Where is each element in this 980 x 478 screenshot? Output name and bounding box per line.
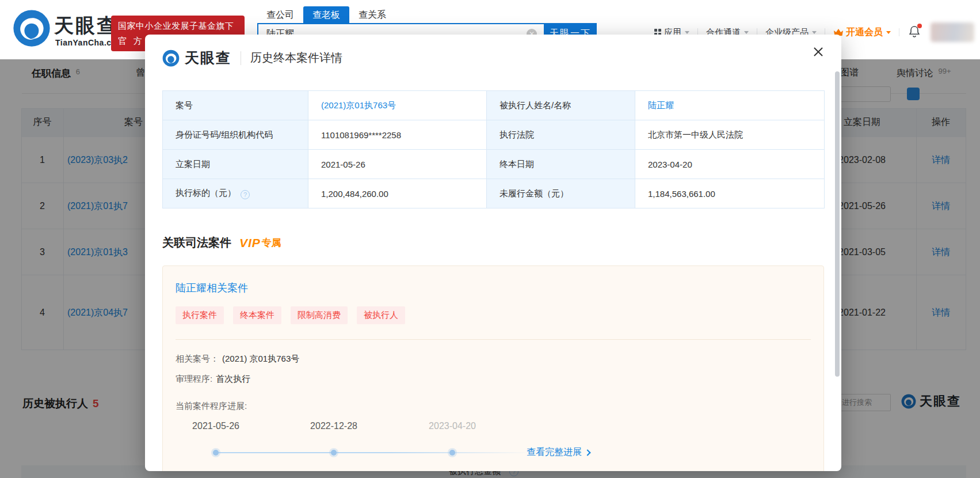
chevron-down-icon [812,31,817,34]
chevron-down-icon [886,31,891,34]
vip-badge: VIP [239,236,261,250]
case-tag: 执行案件 [176,306,224,324]
case-tags: 执行案件 终本案件 限制高消费 被执行人 [176,306,811,324]
table-row: 立案日期 2021-05-26 终本日期 2023-04-20 [163,150,825,179]
label-cell: 执行标的（元） [163,179,308,208]
value-cell: 1,184,563,661.00 [635,179,825,208]
related-cases-panel: 陆正耀相关案件 执行案件 终本案件 限制高消费 被执行人 相关案号：(2021)… [162,265,824,471]
case-detail-modal: 天眼查 历史终本案件详情 案号 (2021)京01执763号 被执行人姓名/名称… [145,35,841,471]
page: 天眼查 TianYanCha.com 国家中小企业发展子基金旗下 官方 查公司 … [0,0,980,478]
value-cell: 2021-05-26 [308,150,487,179]
case-tag: 终本案件 [233,306,281,324]
timeline-date: 2021-05-26 [184,421,247,431]
progress-label: 当前案件程序进展: [176,401,811,412]
table-row: 案号 (2021)京01执763号 被执行人姓名/名称 陆正耀 [163,91,825,120]
brand-name: 天眼查 [54,13,118,39]
timeline-dot [331,450,337,456]
panel-divider [176,339,811,340]
tianyancha-logo-icon [162,50,180,67]
modal-header: 天眼查 历史终本案件详情 [145,35,841,67]
value-cell: 1,200,484,260.00 [308,179,487,208]
related-case-number: 相关案号：(2021) 京01执763号 [176,354,811,365]
value-cell: 1101081969****2258 [308,120,487,150]
search-tabs: 查公司 查老板 查关系 [257,6,395,24]
modal-brand: 天眼查 [185,48,231,67]
label-cell: 案号 [163,91,308,120]
modal-scrollbar[interactable] [835,71,840,377]
table-row: 执行标的（元） 1,200,484,260.00 未履行金额（元） 1,184,… [163,179,825,208]
tianyancha-logo-icon [13,9,51,47]
value-cell: 2023-04-20 [635,150,825,179]
close-icon[interactable] [813,46,824,58]
nav-membership[interactable]: 开通会员 [833,26,891,39]
tab-boss[interactable]: 查老板 [303,6,349,24]
person-link[interactable]: 陆正耀 [648,100,674,110]
trial-procedure: 审理程序:首次执行 [176,374,811,385]
timeline-date: 2023-04-20 [421,421,484,431]
badge-line1: 国家中小企业发展子基金旗下 [118,21,238,32]
timeline-dot [449,450,455,456]
case-detail-table: 案号 (2021)京01执763号 被执行人姓名/名称 陆正耀 身份证号码/组织… [162,90,825,208]
label-cell: 立案日期 [163,150,308,179]
value-cell: 北京市第一中级人民法院 [635,120,825,150]
case-tag: 限制高消费 [291,306,348,324]
timeline-line [216,452,532,453]
timeline-dot [213,450,219,456]
chevron-right-icon [584,449,590,456]
chevron-down-icon [685,31,689,34]
case-number-link[interactable]: (2021)京01执763号 [321,100,396,110]
case-tag: 被执行人 [357,306,405,324]
notification-bell-icon[interactable] [909,25,920,40]
chevron-down-icon [744,31,749,34]
related-person-cases-link[interactable]: 陆正耀相关案件 [176,281,811,295]
modal-title: 历史终本案件详情 [250,50,342,66]
case-timeline: 2021-05-26 2022-12-28 2023-04-20 查看完整进展 [176,419,811,467]
help-icon[interactable] [241,190,250,199]
label-cell: 被执行人姓名/名称 [487,91,635,120]
view-full-progress-link[interactable]: 查看完整进展 [527,446,590,458]
label-cell: 执行法院 [487,120,635,150]
label-cell: 终本日期 [487,150,635,179]
label-cell: 未履行金额（元） [487,179,635,208]
tab-company[interactable]: 查公司 [257,6,303,24]
timeline-date: 2022-12-28 [302,421,365,431]
related-cases-heading: 关联司法案件 VIP 专属 [162,235,824,251]
tab-relation[interactable]: 查关系 [349,6,395,24]
user-avatar[interactable] [931,22,974,42]
table-row: 身份证号码/组织机构代码 1101081969****2258 执行法院 北京市… [163,120,825,150]
notification-dot [917,24,922,28]
label-cell: 身份证号码/组织机构代码 [163,120,308,150]
